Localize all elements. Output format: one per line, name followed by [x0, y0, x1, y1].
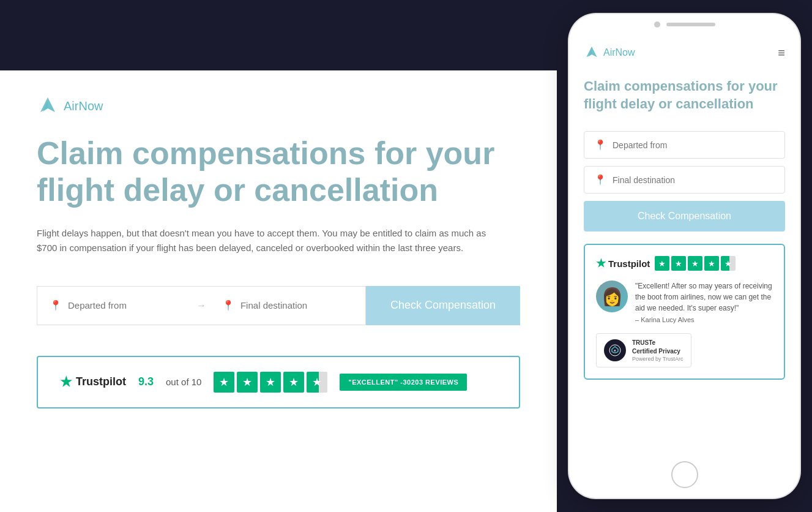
phone-pin-icon-destination: 📍 [594, 174, 606, 186]
pin-icon-destination: 📍 [222, 299, 234, 311]
destination-input[interactable] [240, 300, 353, 311]
truste-badge: e TRUSTe Certified Privacy Powered by Tr… [596, 333, 691, 367]
phone-header: AirNow ≡ [584, 45, 785, 61]
trustpilot-stars: ★ ★ ★ ★ ★ [214, 372, 327, 393]
phone-trustpilot-card: ★ Trustpilot ★ ★ ★ ★ ★ 👩 [584, 244, 785, 380]
truste-logo-icon: e [609, 344, 621, 356]
phone-tp-stars: ★ ★ ★ ★ ★ [655, 256, 736, 271]
page-headline: Claim compensations for your flight dela… [37, 135, 520, 209]
reviewer-avatar: 👩 [596, 280, 628, 312]
truste-icon: e [604, 339, 626, 361]
truste-title: TRUSTe [632, 339, 683, 347]
star-1: ★ [214, 372, 234, 393]
truste-subtitle: Certified Privacy [632, 347, 683, 356]
phone-speaker [666, 23, 715, 26]
trustpilot-badge: "EXCELLENT" -30203 REVIEWS [340, 374, 467, 391]
destination-field[interactable]: 📍 [210, 286, 366, 325]
trustpilot-bar-desktop: ★ Trustpilot 9.3 out of 10 ★ ★ ★ ★ ★ "EX… [37, 356, 520, 408]
phone-star-3: ★ [688, 256, 702, 271]
airnow-logo-icon [37, 95, 59, 117]
brand-name: AirNow [64, 99, 103, 113]
trustpilot-star-logo: ★ [60, 374, 72, 390]
desktop-panel: AirNow Claim compensations for your flig… [0, 0, 557, 512]
desktop-topbar [0, 0, 557, 70]
trustpilot-logo: ★ Trustpilot [60, 374, 126, 390]
phone-star-5: ★ [721, 256, 736, 271]
arrow-icon: → [193, 286, 210, 325]
logo: AirNow [37, 95, 520, 117]
review-text: "Excellent! After so may years of receiv… [635, 280, 773, 314]
phone-camera [654, 21, 660, 28]
pin-icon-departed: 📍 [50, 299, 62, 311]
phone-panel: AirNow ≡ Claim compensations for your fl… [557, 0, 812, 512]
phone-logo-icon [584, 45, 600, 61]
departed-field[interactable]: 📍 [37, 286, 193, 325]
phone-destination-field[interactable]: 📍 [584, 166, 785, 194]
phone-destination-input[interactable] [613, 175, 775, 185]
departed-input[interactable] [68, 300, 181, 311]
phone-home-button[interactable] [671, 461, 698, 488]
review-content: "Excellent! After so may years of receiv… [635, 280, 773, 323]
avatar-icon: 👩 [602, 287, 623, 307]
phone-tp-star-logo: ★ [596, 257, 606, 270]
phone-star-4: ★ [704, 256, 719, 271]
phone-topbar [569, 14, 800, 32]
check-compensation-button-desktop[interactable]: Check Compensation [366, 286, 520, 325]
phone-mockup: AirNow ≡ Claim compensations for your fl… [569, 14, 800, 498]
phone-departed-input[interactable] [613, 140, 775, 150]
phone-star-1: ★ [655, 256, 669, 271]
phone-tp-logo: ★ Trustpilot [596, 257, 650, 270]
phone-brand-name: AirNow [603, 47, 635, 58]
phone-departed-field[interactable]: 📍 [584, 131, 785, 159]
truste-text-block: TRUSTe Certified Privacy Powered by Trus… [632, 339, 683, 362]
truste-powered: Powered by TrustArc [632, 356, 683, 362]
trustpilot-score: 9.3 [138, 375, 154, 388]
check-compensation-button-phone[interactable]: Check Compensation [584, 201, 785, 232]
reviewer-name: – Karina Lucy Alves [635, 316, 773, 323]
trustpilot-out-of: out of 10 [166, 377, 201, 387]
hamburger-menu-icon[interactable]: ≡ [778, 46, 785, 60]
phone-bottom-bar [569, 451, 800, 498]
phone-pin-icon-departed: 📍 [594, 139, 606, 151]
phone-star-2: ★ [671, 256, 686, 271]
phone-headline: Claim compensations for your flight dela… [584, 78, 785, 113]
search-form: 📍 → 📍 Check Compensation [37, 286, 520, 325]
star-5: ★ [307, 372, 327, 393]
star-4: ★ [283, 372, 304, 393]
page-subtext: Flight delays happen, but that doesn't m… [37, 226, 496, 255]
trustpilot-brand-label: Trustpilot [76, 375, 126, 388]
phone-review: 👩 "Excellent! After so may years of rece… [596, 280, 773, 323]
phone-tp-brand: Trustpilot [608, 258, 650, 269]
star-2: ★ [237, 372, 258, 393]
phone-logo: AirNow [584, 45, 635, 61]
phone-tp-header: ★ Trustpilot ★ ★ ★ ★ ★ [596, 256, 773, 271]
desktop-inner: AirNow Claim compensations for your flig… [0, 70, 557, 512]
star-3: ★ [260, 372, 281, 393]
phone-content: AirNow ≡ Claim compensations for your fl… [569, 32, 800, 451]
